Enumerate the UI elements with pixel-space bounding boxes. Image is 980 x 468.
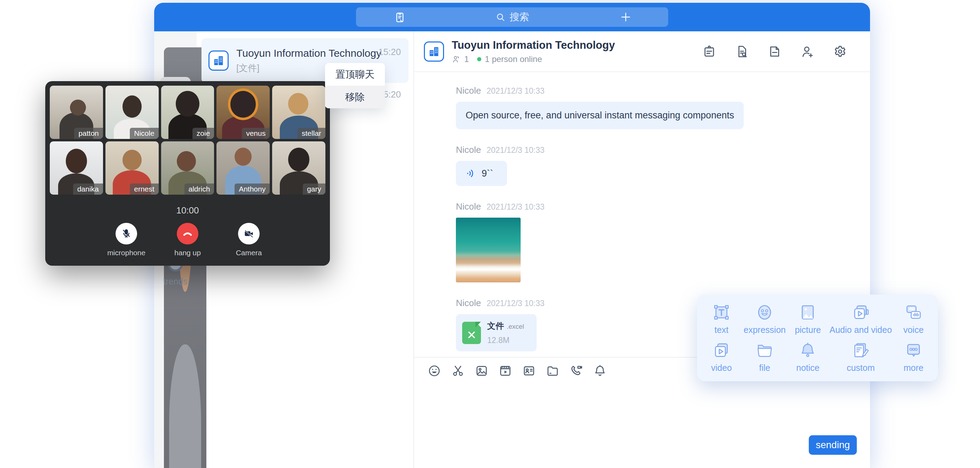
popup-label: picture xyxy=(795,325,821,335)
popup-item-voice[interactable]: voice xyxy=(892,300,935,338)
participant-name: patton xyxy=(74,128,103,139)
popup-item-more[interactable]: more xyxy=(892,338,935,376)
chat-title: Tuoyun Information Technology xyxy=(452,39,615,51)
folder-icon[interactable] xyxy=(546,364,560,378)
voice-bubbles-icon xyxy=(904,303,923,322)
group-avatar xyxy=(208,51,229,71)
popup-item-custom[interactable]: custom xyxy=(830,338,892,376)
add-button[interactable] xyxy=(619,11,632,23)
popup-item-file[interactable]: file xyxy=(743,338,786,376)
popup-item-expression[interactable]: expression xyxy=(743,300,786,338)
popup-label: file xyxy=(759,363,770,373)
contacts-icon[interactable] xyxy=(394,11,406,23)
popup-item-audio-video[interactable]: Audio and video xyxy=(830,300,892,338)
voice-message-bubble[interactable]: 9`` xyxy=(456,161,507,186)
conversation-context-menu: 置顶聊天 移除 xyxy=(325,63,385,108)
video-stack-icon xyxy=(712,341,731,360)
screenshot-scissors-icon[interactable] xyxy=(451,364,465,378)
participant-tile: danika xyxy=(50,141,103,195)
popup-label: video xyxy=(711,363,732,373)
sender-name: Nicole xyxy=(456,144,481,155)
group-avatar xyxy=(424,42,444,62)
plus-icon xyxy=(619,11,632,23)
participant-tile: ernest xyxy=(105,141,159,195)
message-voice: Nicole 2021/12/3 10:33 9`` xyxy=(430,144,856,186)
audio-video-icon xyxy=(851,303,870,322)
popup-item-video[interactable]: video xyxy=(700,338,743,376)
conversation-title: Tuoyun Information Technology xyxy=(236,47,382,59)
chat-settings-button[interactable] xyxy=(829,40,851,63)
participant-name: Nicole xyxy=(130,128,158,139)
building-icon xyxy=(428,46,440,58)
send-button[interactable]: sending xyxy=(809,435,857,455)
gear-icon xyxy=(833,44,847,59)
voice-duration: 9`` xyxy=(482,168,493,179)
expression-icon xyxy=(755,303,774,322)
online-status: 1 person online xyxy=(485,54,542,64)
file-extension: .excel xyxy=(507,323,524,331)
message-bubble[interactable]: Open source, free, and universal instant… xyxy=(456,102,744,129)
top-bar: 搜索 xyxy=(154,3,870,31)
file-message-bubble[interactable]: ✕ 文件 .excel 12.8M xyxy=(456,314,537,351)
video-clip-icon[interactable] xyxy=(498,364,512,378)
picture-icon[interactable] xyxy=(475,364,488,378)
contact-card-icon[interactable] xyxy=(522,364,536,378)
participant-tile: stellar xyxy=(272,86,325,139)
popup-item-text[interactable]: text xyxy=(700,300,743,338)
sender-name: Nicole xyxy=(456,85,481,96)
trends-label: trends xyxy=(154,276,197,287)
participant-tile: Anthony xyxy=(216,141,270,195)
sender-name: Nicole xyxy=(456,201,481,212)
notice-bell-icon xyxy=(798,341,817,360)
microphone-toggle[interactable]: microphone xyxy=(105,223,147,257)
participant-name: gary xyxy=(303,184,325,195)
participant-grid: patton Nicole zoie venus stellar danika … xyxy=(50,86,325,195)
participant-name: Anthony xyxy=(235,184,270,195)
image-message-beach[interactable] xyxy=(456,218,520,283)
participant-tile: zoie xyxy=(161,86,215,139)
participant-tile: Nicole xyxy=(105,86,159,139)
message-time: 2021/12/3 10:33 xyxy=(487,202,544,212)
hang-up-button[interactable]: hang up xyxy=(167,223,208,257)
participant-name: zoie xyxy=(192,128,215,139)
call-controls: microphone hang up Camera xyxy=(50,223,325,257)
custom-doc-icon xyxy=(851,341,870,360)
search-bar[interactable]: 搜索 xyxy=(356,7,668,27)
video-call-window[interactable]: patton Nicole zoie venus stellar danika … xyxy=(45,81,330,266)
group-notice-button[interactable] xyxy=(698,40,721,63)
message-input[interactable]: sending xyxy=(414,384,870,468)
menu-item-remove[interactable]: 移除 xyxy=(325,86,385,108)
person-add-icon xyxy=(800,44,815,59)
building-icon xyxy=(213,55,224,67)
call-timer: 10:00 xyxy=(50,205,325,216)
participant-name: danika xyxy=(73,184,103,195)
popup-item-picture[interactable]: picture xyxy=(786,300,829,338)
emoji-icon[interactable] xyxy=(427,364,441,378)
menu-item-pin-chat[interactable]: 置顶聊天 xyxy=(325,63,385,86)
chat-search-button[interactable] xyxy=(731,40,753,63)
message-type-popup: text expression picture Audio and video xyxy=(697,295,938,381)
popup-item-notice[interactable]: notice xyxy=(786,338,829,376)
participant-name: stellar xyxy=(298,128,325,139)
participant-tile: gary xyxy=(272,141,325,195)
hang-up-icon xyxy=(182,228,194,240)
popup-label: expression xyxy=(744,325,786,335)
camera-toggle[interactable]: Camera xyxy=(228,223,270,257)
participant-name: ernest xyxy=(130,184,158,195)
message-image: Nicole 2021/12/3 10:33 xyxy=(430,201,856,283)
popup-label: notice xyxy=(796,363,819,373)
message-text: Nicole 2021/12/3 10:33 Open source, free… xyxy=(430,85,856,129)
participant-name: venus xyxy=(242,128,270,139)
call-icon[interactable] xyxy=(570,364,583,378)
search-icon xyxy=(495,12,506,22)
folder-open-icon xyxy=(755,341,774,360)
message-time: 2021/12/3 10:33 xyxy=(487,299,544,308)
add-member-button[interactable] xyxy=(796,40,819,63)
search-placeholder[interactable]: 搜索 xyxy=(510,10,529,24)
notification-bell-icon[interactable] xyxy=(593,364,607,378)
chat-files-button[interactable] xyxy=(764,40,786,63)
chat-header: Tuoyun Information Technology 1 1 person… xyxy=(414,31,870,72)
popup-label: custom xyxy=(847,363,875,373)
document-search-icon xyxy=(735,44,749,59)
chat-panel: Tuoyun Information Technology 1 1 person… xyxy=(414,31,870,468)
